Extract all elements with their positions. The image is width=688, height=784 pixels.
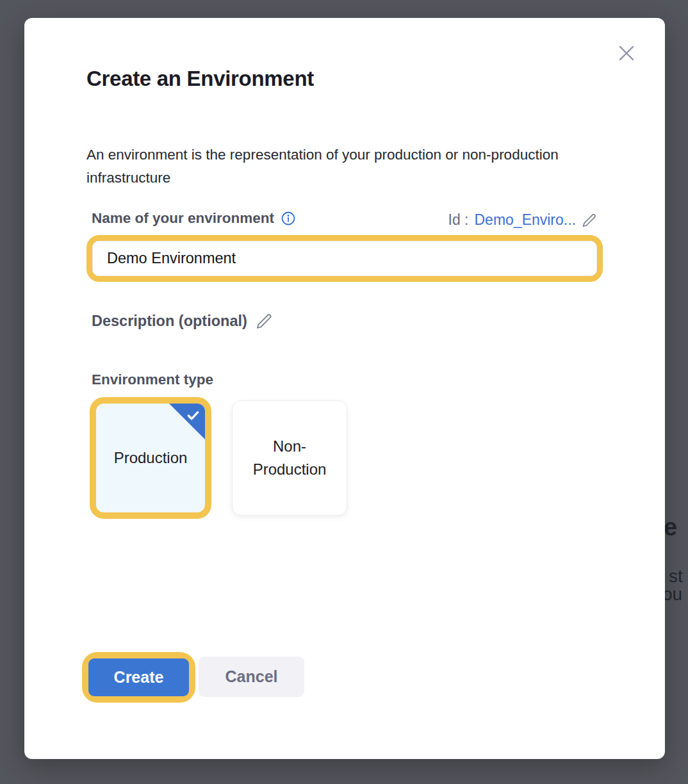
create-environment-dialog: Create an Environment An environment is … [24, 18, 665, 759]
close-icon[interactable] [612, 39, 641, 67]
environment-id-link[interactable]: Demo_Enviro... [474, 211, 576, 229]
card-label: Production [114, 446, 188, 470]
environment-type-card-non-production[interactable]: Non-Production [232, 400, 347, 516]
pencil-icon[interactable] [256, 313, 273, 330]
environment-type-card-production[interactable]: Production [96, 404, 205, 512]
environment-name-input[interactable] [92, 241, 597, 276]
create-button[interactable]: Create [88, 658, 189, 696]
description-field-label: Description (optional) [92, 313, 247, 330]
dialog-description: An environment is the representation of … [86, 143, 580, 190]
checkmark-icon [186, 408, 201, 423]
environment-id-prefix: Id : [448, 211, 469, 229]
name-field-label: Name of your environment [92, 210, 274, 227]
page-title: Create an Environment [86, 67, 314, 91]
environment-id-row: Id : Demo_Enviro... [448, 211, 597, 229]
info-circle-icon[interactable] [281, 211, 296, 226]
environment-type-card-production-highlight-ring: Production [90, 397, 211, 519]
clipped-text-fragment: e [664, 514, 677, 541]
clipped-text-fragment: ou [662, 584, 682, 605]
description-field-row[interactable]: Description (optional) [92, 313, 273, 330]
name-field-label-row: Name of your environment [92, 210, 296, 227]
name-input-highlight-ring [86, 235, 603, 282]
create-button-highlight-ring: Create [82, 652, 195, 703]
card-label: Non-Production [249, 435, 331, 481]
pencil-icon[interactable] [582, 213, 597, 228]
cancel-button[interactable]: Cancel [199, 657, 304, 697]
environment-type-label: Environment type [92, 372, 213, 388]
